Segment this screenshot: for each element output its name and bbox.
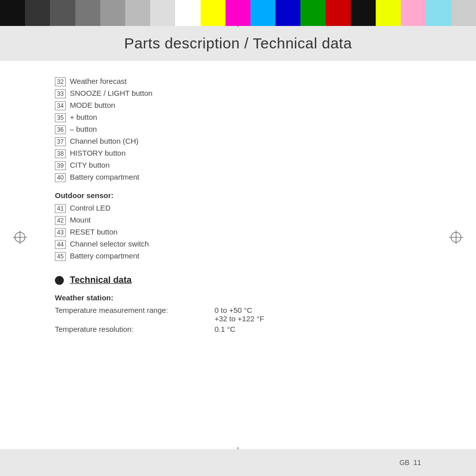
outdoor-sensor-section: Outdoor sensor: 41Control LED42Mount43RE… — [55, 191, 421, 261]
spec-label: Temperature measurement range: — [55, 305, 215, 324]
color-swatch — [250, 0, 275, 26]
color-swatch — [326, 0, 351, 26]
color-swatch — [426, 0, 451, 26]
item-label: Mount — [70, 216, 91, 224]
parts-list: 32Weather forecast33SNOOZE / LIGHT butto… — [55, 77, 421, 182]
color-swatch — [351, 0, 376, 26]
color-swatch — [150, 0, 175, 26]
color-swatch — [226, 0, 250, 26]
footer-page: 11 — [413, 459, 421, 467]
list-item: 42Mount — [55, 216, 421, 225]
item-number: 33 — [55, 89, 66, 98]
header-section: Parts description / Technical data — [0, 26, 476, 61]
technical-data-section: Technical data Weather station: Temperat… — [55, 275, 421, 334]
footer-label: GB — [399, 459, 409, 467]
color-swatch — [0, 0, 25, 26]
item-number: 38 — [55, 149, 66, 158]
list-item: 45Battery compartment — [55, 251, 421, 261]
color-swatch — [175, 0, 200, 26]
item-number: 34 — [55, 101, 66, 110]
item-number: 41 — [55, 204, 66, 213]
color-bar — [0, 0, 476, 26]
item-label: Battery compartment — [70, 251, 139, 260]
item-number: 36 — [55, 125, 66, 134]
color-swatch — [75, 0, 100, 26]
color-swatch — [275, 0, 300, 26]
item-number: 35 — [55, 113, 66, 122]
item-label: + button — [70, 113, 97, 121]
color-swatch — [300, 0, 325, 26]
item-label: SNOOZE / LIGHT button — [70, 89, 153, 97]
footer: GB 11 — [0, 449, 476, 476]
item-label: HISTORY button — [70, 149, 126, 157]
item-label: Battery compartment — [70, 173, 139, 181]
item-label: Weather forecast — [70, 77, 127, 85]
item-number: 43 — [55, 228, 66, 237]
weather-station-heading: Weather station: — [55, 293, 421, 302]
item-number: 40 — [55, 173, 66, 182]
outdoor-parts-list: 41Control LED42Mount43RESET button44Chan… — [55, 204, 421, 261]
tech-title-row: Technical data — [55, 275, 421, 285]
main-content: 32Weather forecast33SNOOZE / LIGHT butto… — [0, 61, 476, 334]
list-item: 43RESET button — [55, 228, 421, 237]
color-swatch — [201, 0, 226, 26]
item-number: 42 — [55, 216, 66, 225]
item-label: MODE button — [70, 101, 115, 109]
list-item: 37Channel button (CH) — [55, 137, 421, 146]
list-item: 44Channel selector switch — [55, 239, 421, 249]
item-label: CITY button — [70, 161, 110, 169]
crosshair-left — [13, 231, 27, 246]
list-item: 35+ button — [55, 113, 421, 122]
spec-label: Temperature resolution: — [55, 324, 215, 334]
list-item: 36– button — [55, 125, 421, 134]
color-swatch — [50, 0, 75, 26]
tech-bullet — [55, 276, 64, 285]
item-label: RESET button — [70, 228, 118, 236]
item-number: 37 — [55, 137, 66, 146]
color-swatch — [100, 0, 125, 26]
outdoor-sensor-heading: Outdoor sensor: — [55, 191, 421, 200]
spec-value: 0.1 °C — [215, 324, 421, 334]
spec-value: 0 to +50 °C+32 to +122 °F — [215, 305, 421, 324]
item-label: Channel button (CH) — [70, 137, 139, 145]
item-number: 45 — [55, 252, 66, 261]
list-item: 32Weather forecast — [55, 77, 421, 86]
crosshair-right — [449, 231, 463, 246]
color-swatch — [451, 0, 476, 26]
list-item: 41Control LED — [55, 204, 421, 213]
list-item: 40Battery compartment — [55, 173, 421, 182]
list-item: 33SNOOZE / LIGHT button — [55, 89, 421, 98]
color-swatch — [25, 0, 50, 26]
item-number: 44 — [55, 240, 66, 249]
page-title: Parts description / Technical data — [124, 35, 352, 51]
item-number: 39 — [55, 161, 66, 170]
spec-row: Temperature measurement range:0 to +50 °… — [55, 305, 421, 324]
spec-row: Temperature resolution:0.1 °C — [55, 324, 421, 334]
item-label: – button — [70, 125, 97, 133]
list-item: 34MODE button — [55, 101, 421, 110]
item-label: Control LED — [70, 204, 111, 212]
tech-section-title: Technical data — [70, 275, 132, 285]
list-item: 39CITY button — [55, 161, 421, 170]
color-swatch — [376, 0, 401, 26]
item-number: 32 — [55, 77, 66, 86]
color-swatch — [125, 0, 150, 26]
item-label: Channel selector switch — [70, 239, 149, 248]
list-item: 38HISTORY button — [55, 149, 421, 158]
spec-table: Temperature measurement range:0 to +50 °… — [55, 305, 421, 334]
color-swatch — [401, 0, 426, 26]
